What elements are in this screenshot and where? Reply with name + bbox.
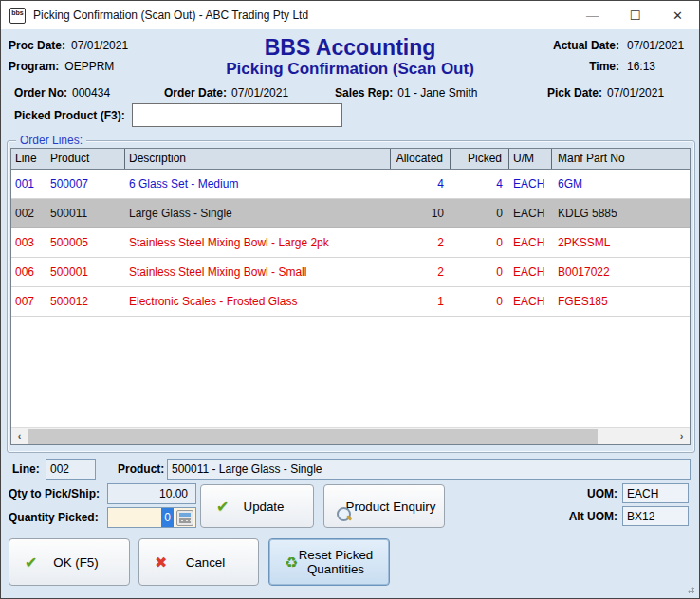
time: Time:16:13 [589,60,690,73]
reset-label-line2: Quantities [307,562,364,576]
window-controls: — ☐ ✕ [571,1,699,29]
scroll-left-icon[interactable]: ‹ [11,428,28,445]
cell-um: EACH [509,258,552,286]
cell-product: 500012 [46,287,125,316]
picking-confirmation-window: bbs Picking Confirmation (Scan Out) - AB… [0,0,700,599]
sales-rep: Sales Rep:01 - Jane Smith [335,86,477,100]
calculator-icon[interactable] [176,510,193,526]
scrollbar-thumb[interactable] [28,429,598,444]
check-icon: ✔ [216,498,229,516]
product-enquiry-button[interactable]: Product Enquiry [323,484,445,528]
cell-um: EACH [509,170,552,198]
order-date-value: 07/01/2021 [231,86,288,100]
quantity-picked-label: Quantity Picked: [9,511,99,524]
order-lines-header: LineProductDescriptionAllocatedPickedU/M… [11,149,690,170]
quantity-picked-value[interactable]: 0 [161,508,174,527]
cell-line: 003 [11,228,46,257]
alt-uom-field: BX12 [622,506,689,526]
update-button[interactable]: ✔ Update [200,484,314,528]
cell-line: 007 [11,287,46,316]
order-no-value: 000434 [72,86,110,100]
cell-manf-part-no: FGES185 [552,287,690,316]
cell-line: 002 [11,199,46,227]
quantity-picked-field[interactable]: 0 [107,507,196,528]
cell-picked: 0 [451,287,509,316]
ok-button[interactable]: ✔ OK (F5) [9,538,130,586]
product-field: 500011 - Large Glass - Single [167,459,691,480]
column-header-description[interactable]: Description [125,149,391,169]
product-label: Product: [118,463,164,476]
line-field: 002 [46,459,96,480]
cell-um: EACH [509,287,552,316]
column-header-product[interactable]: Product [46,149,125,169]
actual-date-label: Actual Date: [553,39,619,52]
scroll-right-icon[interactable]: › [673,428,690,445]
window-title: Picking Confirmation (Scan Out) - ABC Tr… [33,9,308,22]
app-icon: bbs [9,8,26,24]
cell-picked: 0 [451,258,509,286]
column-header-u-m[interactable]: U/M [509,149,552,169]
recycle-icon: ♻ [285,554,298,572]
cell-manf-part-no: KDLG 5885 [552,199,690,227]
table-row[interactable]: 0015000076 Glass Set - Medium44EACH6GM [11,170,690,199]
cell-description: Electronic Scales - Frosted Glass [125,287,391,316]
order-date-label: Order Date: [164,86,227,100]
time-label: Time: [589,60,619,73]
uom-label: UOM: [532,487,617,500]
cell-product: 500011 [46,199,125,227]
column-header-picked[interactable]: Picked [451,149,509,169]
cell-product: 500001 [46,258,125,286]
cell-description: Large Glass - Single [125,199,391,227]
reset-picked-quantities-button[interactable]: ♻ Reset PickedQuantities [268,538,390,586]
cell-line: 006 [11,258,46,286]
cell-allocated: 10 [391,199,451,227]
column-header-allocated[interactable]: Allocated [391,149,451,169]
table-row[interactable]: 002500011Large Glass - Single100EACHKDLG… [11,199,690,228]
picked-product-label: Picked Product (F3): [14,109,125,122]
table-row[interactable]: 007500012Electronic Scales - Frosted Gla… [11,287,690,317]
sales-rep-label: Sales Rep: [335,86,393,100]
actual-date: Actual Date:07/01/2021 [553,39,690,52]
cancel-button[interactable]: ✖ Cancel [138,538,259,586]
close-icon[interactable]: ✕ [656,1,699,29]
qty-to-pick-field: 10.00 [107,483,196,504]
horizontal-scrollbar[interactable]: ‹ › [11,427,690,444]
cell-allocated: 4 [391,170,451,198]
picked-product-input[interactable] [132,103,342,127]
cell-picked: 0 [451,199,509,227]
pick-date-value: 07/01/2021 [607,86,664,100]
alt-uom-label: Alt UOM: [532,510,617,523]
minimize-icon[interactable]: — [571,1,614,29]
column-header-line[interactable]: Line [11,149,46,169]
table-row[interactable]: 006500001Stainless Steel Mixing Bowl - S… [11,258,690,287]
time-value: 16:13 [627,60,690,73]
reset-label-line1: Reset Picked [299,548,374,562]
column-header-manf-part-no[interactable]: Manf Part No [552,149,690,169]
uom-field: EACH [622,483,689,503]
cell-manf-part-no: 2PKSSML [552,228,690,257]
line-label: Line: [12,463,40,476]
order-lines-rows: 0015000076 Glass Set - Medium44EACH6GM00… [11,170,690,427]
order-lines-table: LineProductDescriptionAllocatedPickedU/M… [10,148,691,445]
maximize-icon[interactable]: ☐ [614,1,656,29]
actual-date-value: 07/01/2021 [627,39,690,52]
cell-description: Stainless Steel Mixing Bowl - Small [125,258,391,286]
cell-um: EACH [509,199,552,227]
resize-grip[interactable] [686,585,695,594]
table-row[interactable]: 003500005Stainless Steel Mixing Bowl - L… [11,228,690,258]
cell-manf-part-no: B0017022 [552,258,690,286]
pick-date-label: Pick Date: [547,86,602,100]
cross-icon: ✖ [155,554,167,572]
cell-product: 500007 [46,170,125,198]
cell-um: EACH [509,228,552,257]
order-date: Order Date:07/01/2021 [164,86,288,100]
order-lines-group-label: Order Lines: [16,134,86,147]
cell-allocated: 2 [391,258,451,286]
cell-picked: 0 [451,228,509,257]
cell-description: 6 Glass Set - Medium [125,170,391,198]
order-no-label: Order No: [14,86,67,100]
cell-manf-part-no: 6GM [552,170,690,198]
check-icon: ✔ [25,554,37,572]
cell-allocated: 1 [391,287,451,316]
cell-product: 500005 [46,228,125,257]
